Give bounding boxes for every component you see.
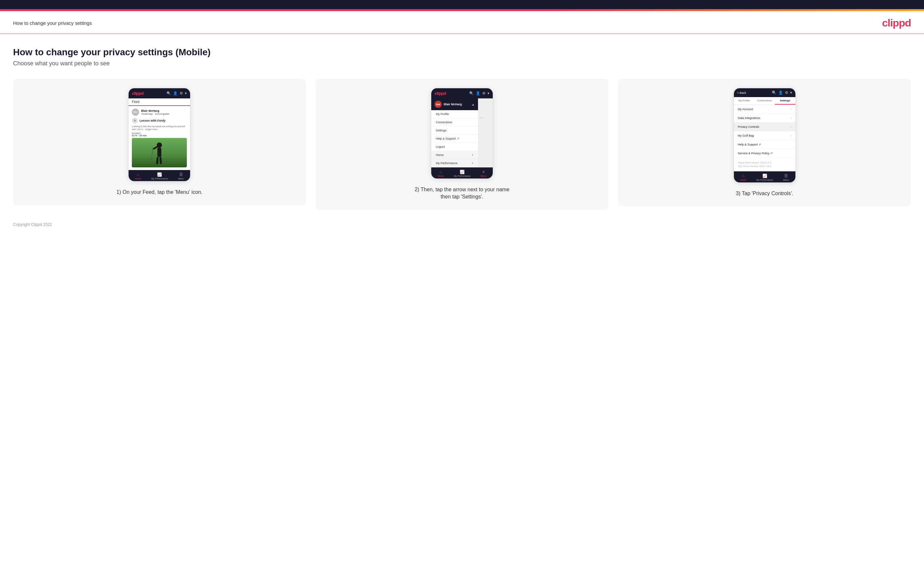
menu-icon4: ☰ [784,174,788,178]
step2-user-left: BM Blair McHarg [435,101,462,108]
tab-home-label: Home [135,177,141,180]
step1-lesson-desc: Looking to feel like my hands are exitin… [132,125,187,131]
step3-tab-myprofile[interactable]: My Profile [734,97,754,105]
dropdown-my-performance[interactable]: My Performance ▾ [431,159,478,168]
step1-bottom-bar: ⌂ Home 📈 My Performance ☰ Menu [129,170,190,181]
data-integrations-label: Data Integrations [738,116,761,120]
step2-tab-performance[interactable]: 📈 My Performance [454,170,470,177]
svg-rect-4 [159,157,162,164]
step1-description: 1) On your Feed, tap the 'Menu' icon. [116,189,202,196]
step1-user-sub: Yesterday · Sunningdale [141,113,169,115]
my-performance-label: My Performance [436,161,457,165]
step2-description: 2) Then, tap the arrow next to your name… [410,186,514,201]
tab-perf-label4: My Performance [756,179,773,181]
dropdown-logout[interactable]: Logout [431,143,478,151]
step3-tab-connections[interactable]: Connections [754,97,775,105]
step2-tab-close[interactable]: ✕ Menu [481,170,486,177]
dropdown-my-profile[interactable]: My Profile [431,110,478,118]
step1-lesson-title: Lesson with Fordy [139,119,166,122]
step1-duration: Duration01 hr : 30 min [132,132,187,137]
step3-settings-list: My Account › Data Integrations › Privacy… [734,105,795,171]
step1-tab-menu[interactable]: ☰ Menu [178,172,184,180]
version-line1: Clippd Client Version: 2022.8.3-3 [738,161,792,165]
search-icon3: 🔍 [772,90,777,95]
step2-menu: BM Blair McHarg ▲ My Profile Connections [431,98,478,168]
chevron-up-icon: ▲ [472,103,475,106]
step3-version-info: Clippd Client Version: 2022.8.3-3 SQL Se… [734,158,795,171]
search-icon: 🔍 [166,91,171,95]
step3-tab-home[interactable]: ⌂ Home [740,174,746,181]
step2-phone: clippd 🔍 👤 ⚙ ▾ BM [431,88,493,179]
step1-golf-image [132,138,187,168]
tab-home-label4: Home [740,179,746,181]
step3-my-account[interactable]: My Account › [734,105,795,114]
step2-blur-panel: APP [478,98,493,168]
step3-tab-performance[interactable]: 📈 My Performance [756,174,773,181]
help-support-label: Help & Support ↗ [738,143,761,146]
step1-user-row: BM Blair McHarg Yesterday · Sunningdale [132,108,187,116]
step2-nav-bar: clippd 🔍 👤 ⚙ ▾ [431,88,493,98]
step1-nav-bar: clippd 🔍 👤 ⚙ ▾ [129,88,190,98]
search-icon2: 🔍 [469,91,474,95]
copyright-text: Copyright Clippd 2022 [13,222,52,227]
settings-label: Settings [436,129,447,132]
step3-privacy-controls[interactable]: Privacy Controls › [734,122,795,131]
step1-feed-label: Feed [129,98,190,106]
step2-icons: 🔍 👤 ⚙ ▾ [469,91,489,95]
golfer-svg [150,141,169,168]
step1-tab-performance[interactable]: 📈 My Performance [151,172,168,180]
user-icon3: 👤 [779,90,783,95]
main-content: How to change your privacy settings (Mob… [0,34,924,216]
step1-feed-content: BM Blair McHarg Yesterday · Sunningdale … [129,106,190,170]
step-1-card: clippd 🔍 👤 ⚙ ▾ Feed BM Blair McHar [13,79,306,205]
footer: Copyright Clippd 2022 [0,216,924,233]
performance-chevron-icon: ▾ [472,161,473,165]
main-title: How to change your privacy settings (Mob… [13,47,911,58]
my-golf-bag-label: My Golf Bag [738,134,754,137]
page-title-header: How to change your privacy settings [13,20,92,26]
tab-close-label: Menu [481,175,486,177]
step2-user-row[interactable]: BM Blair McHarg ▲ [431,98,478,110]
step1-phone: clippd 🔍 👤 ⚙ ▾ Feed BM Blair McHar [128,88,191,181]
top-bar [0,0,924,9]
step2-username: Blair McHarg [444,103,462,106]
step3-phone: < Back 🔍 👤 ⚙ ▾ My Profile Connections Se… [733,88,796,183]
my-account-label: My Account [738,108,753,111]
step3-back-btn[interactable]: < Back [737,91,746,95]
step3-data-integrations[interactable]: Data Integrations › [734,114,795,122]
step-3-card: < Back 🔍 👤 ⚙ ▾ My Profile Connections Se… [618,79,911,206]
step3-tab-menu[interactable]: ☰ Menu [783,174,789,181]
privacy-controls-label: Privacy Controls [738,125,759,129]
tab-menu-label4: Menu [783,179,789,181]
data-int-chevron: › [790,116,792,120]
tab-menu-label: Menu [178,177,184,180]
step1-tab-home[interactable]: ⌂ Home [135,172,141,180]
user-icon: 👤 [173,91,178,95]
chevron-down-icon: ▾ [185,91,187,95]
user-icon2: 👤 [476,91,480,95]
step3-my-golf-bag[interactable]: My Golf Bag › [734,131,795,140]
main-subtitle: Choose what you want people to see [13,60,911,67]
dropdown-settings[interactable]: Settings [431,127,478,135]
tab-home-label3: Home [438,175,444,177]
dropdown-connections[interactable]: Connections [431,118,478,127]
settings-icon2: ⚙ [482,91,486,95]
dropdown-help[interactable]: Help & Support ↗ [431,135,478,143]
tab-performance-label: My Performance [151,177,168,180]
step3-tab-settings[interactable]: Settings [775,97,795,105]
connections-label: Connections [436,121,452,124]
step3-bottom-bar: ⌂ Home 📈 My Performance ☰ Menu [734,171,795,182]
tab-perf-label3: My Performance [454,175,470,177]
step3-help-support[interactable]: Help & Support ↗ [734,140,795,149]
performance-icon3: 📈 [460,170,465,174]
performance-icon4: 📈 [762,174,767,178]
step2-tab-home[interactable]: ⌂ Home [438,170,444,177]
home-icon4: ⌂ [742,174,745,178]
step2-layout: BM Blair McHarg ▲ My Profile Connections [431,98,493,168]
chevron-down-icon2: ▾ [488,91,489,95]
service-privacy-label: Service & Privacy Policy ↗ [738,152,773,155]
steps-container: clippd 🔍 👤 ⚙ ▾ Feed BM Blair McHar [13,79,911,210]
settings-icon3: ⚙ [785,90,788,95]
step3-service-privacy[interactable]: Service & Privacy Policy ↗ [734,149,795,158]
dropdown-home[interactable]: Home ▾ [431,151,478,159]
